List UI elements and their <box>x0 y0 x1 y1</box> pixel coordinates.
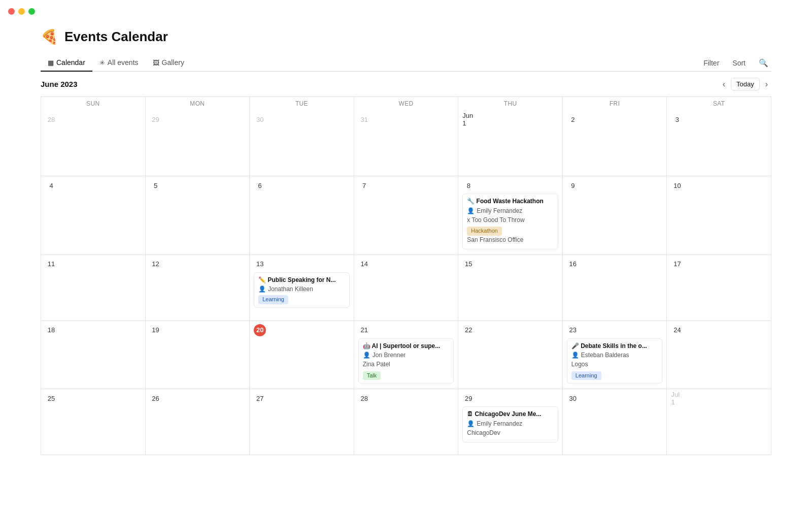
event-org: x Too Good To Throw <box>467 216 554 225</box>
day-header-fri: FRI <box>563 97 667 110</box>
gallery-tab-icon: 🖼 <box>153 59 159 67</box>
event-title: 🤖 AI | Supertool or supe... <box>363 342 450 351</box>
maximize-button[interactable] <box>28 8 35 15</box>
cal-cell[interactable]: 26 <box>146 389 250 455</box>
day-number: 21 <box>358 324 370 336</box>
event-tag: Learning <box>258 295 288 304</box>
event-card[interactable]: 🗓 ChicagoDev June Me...👤 Emily Fernandez… <box>462 406 558 442</box>
day-number: 19 <box>150 324 162 336</box>
cal-cell[interactable]: 24 <box>667 321 771 390</box>
day-number: 10 <box>671 179 683 192</box>
event-card[interactable]: 🔧 Food Waste Hackathon👤 Emily Fernandezx… <box>462 194 558 249</box>
cal-cell[interactable]: 11 <box>41 255 146 321</box>
day-number: 8 <box>462 179 475 192</box>
cal-cell[interactable]: 25 <box>41 389 146 455</box>
day-number: 9 <box>567 179 579 192</box>
app-title: Events Calendar <box>64 29 168 45</box>
cal-cell[interactable]: 22 <box>458 321 563 390</box>
day-number: Jul 1 <box>671 392 683 404</box>
cal-cell[interactable]: 18 <box>41 321 146 390</box>
day-number: 15 <box>462 258 475 270</box>
cal-cell[interactable]: 31 <box>354 110 459 176</box>
calendar-grid: 28293031Jun 12345678🔧 Food Waste Hackath… <box>41 110 771 455</box>
sort-button[interactable]: Sort <box>729 57 749 69</box>
cal-cell[interactable]: 3 <box>667 110 771 176</box>
tab-gallery-label: Gallery <box>162 58 184 67</box>
cal-cell[interactable]: 27 <box>250 389 354 455</box>
cal-cell[interactable]: 4 <box>41 176 146 255</box>
app-title-row: 🍕 Events Calendar <box>41 28 771 45</box>
cal-cell[interactable]: 10 <box>667 176 771 255</box>
event-org: ChicagoDev <box>467 429 554 437</box>
cal-cell[interactable]: 6 <box>250 176 354 255</box>
titlebar <box>0 0 812 18</box>
cal-cell[interactable]: 20 <box>250 321 354 390</box>
cal-cell[interactable]: 21🤖 AI | Supertool or supe...👤 Jon Brenn… <box>354 321 459 390</box>
cal-cell[interactable]: 8🔧 Food Waste Hackathon👤 Emily Fernandez… <box>458 176 563 255</box>
minimize-button[interactable] <box>18 8 25 15</box>
day-header-tue: TUE <box>250 97 354 110</box>
person-icon: 👤 <box>467 420 475 428</box>
cal-cell[interactable]: 28 <box>41 110 146 176</box>
tab-calendar-label: Calendar <box>56 58 85 67</box>
day-number: 16 <box>567 258 579 270</box>
tabs-row: ▦ Calendar ✳ All events 🖼 Gallery Filter… <box>41 54 771 72</box>
cal-cell[interactable]: 29 <box>146 110 250 176</box>
close-button[interactable] <box>8 8 15 15</box>
app-icon: 🍕 <box>41 28 58 45</box>
cal-cell[interactable]: 15 <box>458 255 563 321</box>
cal-cell[interactable]: 2 <box>563 110 667 176</box>
filter-button[interactable]: Filter <box>700 57 722 69</box>
event-tag: Talk <box>363 371 381 380</box>
cal-cell[interactable]: 23🎤 Debate Skills in the o...👤 Esteban B… <box>563 321 667 390</box>
cal-cell[interactable]: 30 <box>250 110 354 176</box>
cal-cell[interactable]: 30 <box>563 389 667 455</box>
day-number: 5 <box>150 179 162 192</box>
tab-calendar[interactable]: ▦ Calendar <box>41 54 92 72</box>
day-number: 29 <box>150 113 162 125</box>
month-label: June 2023 <box>41 80 78 88</box>
today-button[interactable]: Today <box>731 78 760 90</box>
nav-controls: ‹ Today › <box>719 78 771 90</box>
cal-cell[interactable]: 9 <box>563 176 667 255</box>
all-events-tab-icon: ✳ <box>99 59 105 67</box>
cal-cell[interactable]: 13✏️ Public Speaking for N...👤 Jonathan … <box>250 255 354 321</box>
person-icon: 👤 <box>571 351 579 360</box>
day-number: 2 <box>567 113 579 125</box>
day-number: Jun 1 <box>462 113 475 125</box>
event-title: ✏️ Public Speaking for N... <box>258 276 345 284</box>
day-number: 27 <box>254 392 266 404</box>
cal-cell[interactable]: 19 <box>146 321 250 390</box>
event-card[interactable]: 🎤 Debate Skills in the o...👤 Esteban Bal… <box>567 338 663 384</box>
cal-cell[interactable]: 17 <box>667 255 771 321</box>
cal-cell[interactable]: 5 <box>146 176 250 255</box>
search-button[interactable]: 🔍 <box>756 56 771 70</box>
calendar-grid-wrapper: SUN MON TUE WED THU FRI SAT 28293031Jun … <box>0 97 812 455</box>
event-person: 👤 Jonathan Killeen <box>258 285 345 294</box>
day-number: 29 <box>462 392 475 404</box>
traffic-lights <box>8 8 35 15</box>
cal-cell[interactable]: 7 <box>354 176 459 255</box>
cal-cell[interactable]: 28 <box>354 389 459 455</box>
event-card[interactable]: ✏️ Public Speaking for N...👤 Jonathan Ki… <box>254 272 350 308</box>
event-person: 👤 Esteban Balderas <box>571 351 658 360</box>
cal-cell[interactable]: 14 <box>354 255 459 321</box>
event-person: 👤 Jon Brenner <box>363 351 450 360</box>
day-number: 25 <box>45 392 57 404</box>
prev-month-button[interactable]: ‹ <box>719 78 729 90</box>
cal-cell[interactable]: 29🗓 ChicagoDev June Me...👤 Emily Fernand… <box>458 389 563 455</box>
day-number: 24 <box>671 324 683 336</box>
cal-cell[interactable]: Jul 1 <box>667 389 771 455</box>
cal-cell[interactable]: Jun 1 <box>458 110 563 176</box>
day-number: 18 <box>45 324 57 336</box>
day-number: 28 <box>358 392 370 404</box>
cal-cell[interactable]: 12 <box>146 255 250 321</box>
person-icon: 👤 <box>363 351 370 360</box>
cal-cell[interactable]: 16 <box>563 255 667 321</box>
event-tag: Hackathon <box>467 227 502 235</box>
tab-all-events[interactable]: ✳ All events <box>92 54 146 72</box>
tab-gallery[interactable]: 🖼 Gallery <box>146 54 191 72</box>
next-month-button[interactable]: › <box>762 78 771 90</box>
event-card[interactable]: 🤖 AI | Supertool or supe...👤 Jon Brenner… <box>358 338 454 384</box>
event-location: San Fransisco Office <box>467 236 554 244</box>
